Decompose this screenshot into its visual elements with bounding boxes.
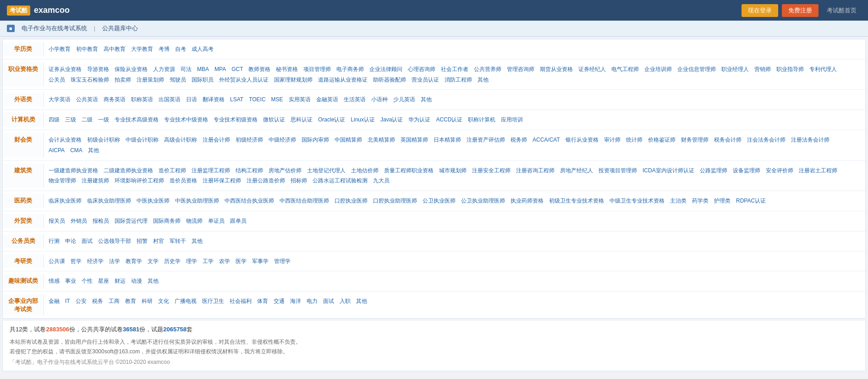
category-item-link[interactable]: 注册安全工程师 bbox=[472, 167, 511, 174]
category-item-link[interactable]: 环境影响评价工程师 bbox=[115, 177, 164, 184]
category-item-link[interactable]: Java认证 bbox=[380, 116, 403, 123]
category-item-link[interactable]: 医疗卫生 bbox=[202, 298, 224, 304]
category-item-link[interactable]: 九大员 bbox=[373, 177, 390, 184]
category-item-link[interactable]: 执业药师资格 bbox=[511, 198, 544, 204]
category-item-link[interactable]: 大学教育 bbox=[131, 46, 153, 52]
category-item-link[interactable]: 专业技术高级资格 bbox=[115, 116, 159, 123]
category-item-link[interactable]: 金融 bbox=[49, 298, 60, 304]
category-item-link[interactable]: 专业技术初级资格 bbox=[214, 116, 258, 123]
category-item-link[interactable]: 行测 bbox=[49, 238, 60, 244]
category-item-link[interactable]: 电气工程师 bbox=[611, 66, 639, 72]
category-item-link[interactable]: 安全评价师 bbox=[766, 167, 793, 174]
category-item-link[interactable]: 一级建造师执业资格 bbox=[49, 167, 98, 174]
category-item-link[interactable]: 注册环保工程师 bbox=[203, 177, 241, 184]
category-item-link[interactable]: 事业 bbox=[65, 278, 76, 284]
category-item-link[interactable]: 报检员 bbox=[93, 218, 109, 224]
category-item-link[interactable]: 二级建造师执业资格 bbox=[104, 167, 153, 174]
category-item-link[interactable]: 注册岩土工程师 bbox=[799, 167, 837, 174]
category-item-link[interactable]: 临床执业医师 bbox=[49, 198, 82, 204]
category-item-link[interactable]: 教师资格 bbox=[248, 66, 270, 72]
category-item-link[interactable]: Oracle认证 bbox=[318, 116, 345, 123]
category-item-link[interactable]: 工学 bbox=[203, 258, 214, 264]
category-item-link[interactable]: 口腔执业医师 bbox=[335, 198, 368, 204]
category-item-link[interactable]: 专业技术中级资格 bbox=[164, 116, 208, 123]
category-item-link[interactable]: 广播电视 bbox=[175, 298, 197, 304]
category-item-link[interactable]: RDPAC认证 bbox=[736, 198, 766, 204]
home-button[interactable]: 考试酷首页 bbox=[822, 4, 861, 17]
category-item-link[interactable]: 日本精算师 bbox=[434, 137, 461, 143]
category-item-link[interactable]: 面试 bbox=[323, 298, 334, 304]
category-item-link[interactable]: 其他 bbox=[356, 298, 367, 304]
category-item-link[interactable]: TOEIC bbox=[249, 96, 265, 103]
category-item-link[interactable]: 土地估价师 bbox=[351, 167, 379, 174]
category-item-link[interactable]: 保险从业资格 bbox=[115, 66, 148, 72]
category-item-link[interactable]: 军转干 bbox=[170, 238, 186, 244]
category-item-link[interactable]: 秘书资格 bbox=[276, 66, 298, 72]
category-item-link[interactable]: 税务师 bbox=[511, 137, 527, 143]
category-item-link[interactable]: 审计师 bbox=[604, 137, 621, 143]
category-item-link[interactable]: 生活英语 bbox=[344, 96, 366, 103]
category-item-link[interactable]: 初级会计职称 bbox=[87, 137, 120, 143]
category-item-link[interactable]: 注册公路造价师 bbox=[247, 177, 285, 184]
category-item-link[interactable]: 道路运输从业资格证 bbox=[318, 77, 368, 83]
category-item-link[interactable]: 考博 bbox=[159, 46, 170, 52]
category-item-link[interactable]: 外销员 bbox=[71, 218, 87, 224]
category-item-link[interactable]: 英国精算师 bbox=[401, 137, 428, 143]
category-item-link[interactable]: 统计师 bbox=[626, 137, 643, 143]
category-item-link[interactable]: 结构工程师 bbox=[236, 167, 263, 174]
category-item-link[interactable]: 管理咨询师 bbox=[507, 66, 534, 72]
category-item-link[interactable]: 其他 bbox=[88, 147, 99, 154]
category-item-link[interactable]: 经济学 bbox=[87, 258, 104, 264]
category-item-link[interactable]: 设备监理师 bbox=[733, 167, 760, 174]
category-item-link[interactable]: 公共营养师 bbox=[474, 66, 501, 72]
category-item-link[interactable]: 理学 bbox=[186, 258, 197, 264]
category-item-link[interactable]: 报关员 bbox=[49, 218, 65, 224]
category-item-link[interactable]: 公卫执业助理医师 bbox=[461, 198, 505, 204]
category-item-link[interactable]: 其他 bbox=[421, 96, 432, 103]
category-item-link[interactable]: 入职 bbox=[340, 298, 351, 304]
category-item-link[interactable]: 营业员认证 bbox=[412, 77, 439, 83]
category-item-link[interactable]: 电子商务师 bbox=[336, 66, 364, 72]
category-item-link[interactable]: MPA bbox=[214, 66, 226, 72]
category-item-link[interactable]: 哲学 bbox=[71, 258, 82, 264]
category-item-link[interactable]: 电力 bbox=[307, 298, 318, 304]
category-item-link[interactable]: 成人高考 bbox=[192, 46, 214, 52]
category-item-link[interactable]: 国际货运代理 bbox=[115, 218, 148, 224]
category-item-link[interactable]: 社会工作者 bbox=[441, 66, 468, 72]
category-item-link[interactable]: 高级会计职称 bbox=[164, 137, 197, 143]
register-button[interactable]: 免费注册 bbox=[782, 4, 819, 17]
category-item-link[interactable]: 海洋 bbox=[290, 298, 301, 304]
category-item-link[interactable]: 注册会计师 bbox=[203, 137, 230, 143]
category-item-link[interactable]: 情感 bbox=[49, 278, 60, 284]
category-item-link[interactable]: 拍卖师 bbox=[115, 77, 131, 83]
category-item-link[interactable]: 跟单员 bbox=[230, 218, 247, 224]
category-item-link[interactable]: 村官 bbox=[153, 238, 164, 244]
category-item-link[interactable]: 中级会计职称 bbox=[126, 137, 159, 143]
category-item-link[interactable]: GCT bbox=[231, 66, 243, 72]
category-item-link[interactable]: 初级经济师 bbox=[236, 137, 263, 143]
category-item-link[interactable]: 公路监理师 bbox=[700, 167, 727, 174]
category-item-link[interactable]: 国际职员 bbox=[192, 77, 214, 83]
category-item-link[interactable]: 思科认证 bbox=[291, 116, 313, 123]
category-item-link[interactable]: 自考 bbox=[175, 46, 186, 52]
category-item-link[interactable]: 应用培训 bbox=[501, 116, 523, 123]
category-item-link[interactable]: 消防工程师 bbox=[445, 77, 472, 83]
category-item-link[interactable]: 造价工程师 bbox=[159, 167, 186, 174]
category-item-link[interactable]: 历史学 bbox=[164, 258, 181, 264]
category-item-link[interactable]: MBA bbox=[197, 66, 209, 72]
nav-link-library[interactable]: 公共题库中心 bbox=[102, 24, 138, 33]
category-item-link[interactable]: 物流师 bbox=[186, 218, 203, 224]
category-item-link[interactable]: 国家理财规划师 bbox=[274, 77, 313, 83]
category-item-link[interactable]: 法学 bbox=[109, 258, 120, 264]
category-item-link[interactable]: 税务会计师 bbox=[714, 137, 742, 143]
category-item-link[interactable]: 价格鉴证师 bbox=[648, 137, 676, 143]
category-item-link[interactable]: 企业培训师 bbox=[644, 66, 672, 72]
category-item-link[interactable]: 公选领导干部 bbox=[98, 238, 131, 244]
category-item-link[interactable]: 公安 bbox=[76, 298, 87, 304]
category-item-link[interactable]: 日语 bbox=[186, 96, 197, 103]
category-item-link[interactable]: 农学 bbox=[219, 258, 230, 264]
category-item-link[interactable]: 面试 bbox=[82, 238, 93, 244]
category-item-link[interactable]: 中医执业医师 bbox=[137, 198, 170, 204]
category-item-link[interactable]: 财务管理师 bbox=[681, 137, 709, 143]
category-item-link[interactable]: 城市规划师 bbox=[439, 167, 467, 174]
